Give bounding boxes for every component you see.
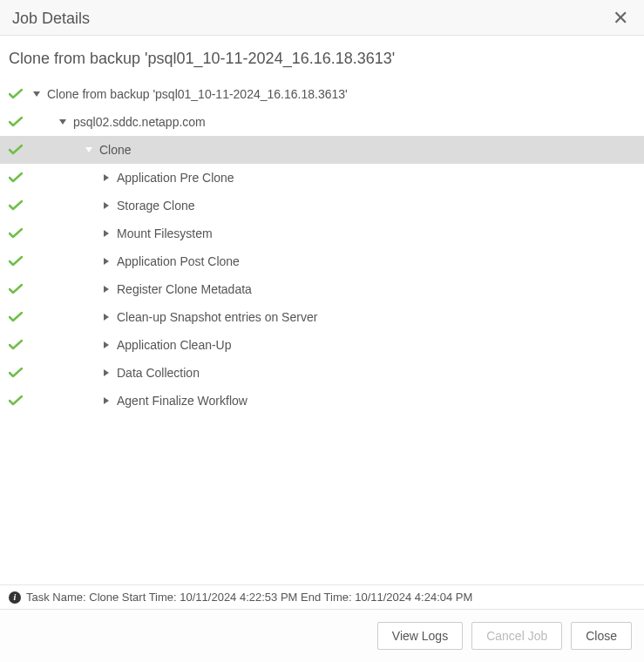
expand-icon[interactable] [101,202,112,209]
tree-row-label: Application Clean-Up [117,338,635,352]
expand-icon[interactable] [101,397,112,404]
tree-row[interactable]: Agent Finalize Workflow [0,387,644,415]
dialog-header: Job Details ✕ [0,0,644,36]
info-icon: i [9,591,21,604]
tree-row-label: Mount Filesystem [117,226,635,240]
status-success-icon [9,89,23,99]
expand-icon[interactable] [101,314,112,321]
tree-row[interactable]: Application Clean-Up [0,331,644,359]
checkmark-icon [9,256,23,267]
tree-row-label: Register Clone Metadata [117,282,635,296]
close-icon[interactable]: ✕ [609,9,632,28]
checkmark-icon [9,228,23,239]
tree-row-label: Data Collection [117,366,635,380]
tree-row-label: Application Post Clone [117,254,635,268]
checkmark-icon [9,340,23,350]
checkmark-icon [9,312,23,322]
checkmark-icon [9,145,23,155]
expand-icon[interactable] [101,230,112,237]
close-button[interactable]: Close [571,622,632,650]
expand-icon[interactable] [101,174,112,181]
status-success-icon [9,228,23,239]
tree-row-label: Application Pre Clone [117,171,635,185]
status-success-icon [9,117,23,127]
expand-icon[interactable] [101,258,112,265]
status-success-icon [9,172,23,183]
status-success-icon [9,340,23,350]
status-success-icon [9,200,23,211]
tree-row-label: Storage Clone [117,199,635,213]
tree-row[interactable]: Register Clone Metadata [0,275,644,303]
expand-icon[interactable] [101,369,112,376]
status-text: Task Name: Clone Start Time: 10/11/2024 … [26,591,472,604]
tree-row-label: Clean-up Snapshot entries on Server [117,310,635,324]
cancel-job-button[interactable]: Cancel Job [471,622,562,650]
dialog-title: Job Details [12,10,90,28]
tree-row[interactable]: Application Pre Clone [0,164,644,192]
status-success-icon [9,284,23,294]
tree-row[interactable]: psql02.sddc.netapp.com [0,108,644,136]
status-success-icon [9,145,23,155]
tree-row[interactable]: Storage Clone [0,192,644,220]
collapse-icon[interactable] [58,119,68,125]
status-success-icon [9,395,23,406]
job-subtitle: Clone from backup 'psql01_10-11-2024_16.… [0,36,644,77]
checkmark-icon [9,89,23,99]
tree-row-label: Clone [99,143,635,157]
tree-row[interactable]: Mount Filesystem [0,220,644,247]
checkmark-icon [9,395,23,406]
status-success-icon [9,256,23,267]
status-success-icon [9,312,23,322]
job-tree: Clone from backup 'psql01_10-11-2024_16.… [0,77,644,415]
tree-row-label: psql02.sddc.netapp.com [73,115,635,129]
expand-icon[interactable] [101,286,112,293]
status-success-icon [9,368,23,378]
checkmark-icon [9,117,23,127]
checkmark-icon [9,200,23,211]
status-bar: i Task Name: Clone Start Time: 10/11/202… [0,584,644,609]
tree-row[interactable]: Application Post Clone [0,247,644,275]
collapse-icon[interactable] [31,91,42,97]
tree-row[interactable]: Clone from backup 'psql01_10-11-2024_16.… [0,80,644,108]
tree-row[interactable]: Data Collection [0,359,644,387]
expand-icon[interactable] [101,341,112,348]
tree-row[interactable]: Clone [0,136,644,164]
checkmark-icon [9,172,23,183]
checkmark-icon [9,368,23,378]
dialog-footer: View Logs Cancel Job Close [0,609,644,662]
collapse-icon[interactable] [84,147,94,152]
view-logs-button[interactable]: View Logs [377,622,463,650]
content-area: Clone from backup 'psql01_10-11-2024_16.… [0,36,644,584]
tree-row-label: Clone from backup 'psql01_10-11-2024_16.… [47,87,635,101]
checkmark-icon [9,284,23,294]
tree-row[interactable]: Clean-up Snapshot entries on Server [0,303,644,331]
tree-row-label: Agent Finalize Workflow [117,394,635,408]
